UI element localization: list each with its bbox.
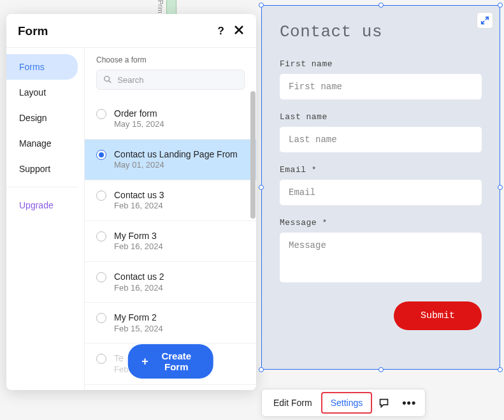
search-box[interactable]	[96, 69, 245, 90]
help-icon[interactable]: ?	[218, 25, 224, 38]
element-toolbar: Edit Form Settings •••	[261, 389, 426, 417]
resize-handle[interactable]	[259, 3, 264, 8]
message-label: Message *	[280, 218, 482, 228]
radio-icon[interactable]	[96, 231, 106, 242]
lastname-label: Last name	[280, 112, 482, 122]
form-item-name: My Form 3	[114, 230, 163, 242]
sidebar-item-support[interactable]: Support	[6, 156, 84, 182]
sidebar-item-design[interactable]: Design	[6, 105, 84, 131]
create-form-button[interactable]: + Create Form	[127, 344, 213, 379]
panel-content: Choose a form Order form May 15, 2024	[84, 48, 256, 390]
sidebar-item-forms[interactable]: Forms	[6, 54, 78, 80]
form-item-name: Contact us Landing Page From	[114, 148, 238, 160]
form-item-my-form-3[interactable]: My Form 3 Feb 16, 2024	[85, 221, 256, 262]
sidebar-divider	[6, 187, 78, 187]
form-item-date: May 15, 2024	[114, 119, 164, 130]
radio-icon[interactable]	[96, 354, 106, 364]
form-preview-canvas[interactable]: Contact us First name Last name Email * …	[261, 5, 500, 370]
edit-form-button[interactable]: Edit Form	[264, 393, 321, 413]
form-item-date: Feb 16, 2024	[114, 242, 163, 252]
scrollbar[interactable]	[250, 90, 256, 243]
lastname-input[interactable]	[280, 127, 482, 152]
chat-icon	[378, 398, 389, 409]
background-label: Prim	[157, 0, 164, 13]
radio-icon[interactable]	[96, 313, 106, 323]
form-item-contact-us-2[interactable]: Contact us 2 Feb 16, 2024	[85, 262, 256, 303]
form-list: Order form May 15, 2024 Contact us Landi…	[85, 90, 256, 385]
form-item-contact-us-landing[interactable]: Contact us Landing Page From May 01, 202…	[85, 140, 256, 180]
form-item-date: Feb 15, 2024	[114, 324, 163, 335]
search-icon	[103, 75, 112, 85]
message-input[interactable]	[280, 233, 482, 282]
form-title: Contact us	[280, 22, 482, 41]
form-item-name: Contact us 2	[114, 271, 164, 282]
more-button[interactable]: •••	[396, 393, 422, 414]
close-icon[interactable]	[233, 24, 245, 38]
form-item-date: May 01, 2024	[114, 160, 238, 171]
resize-handle[interactable]	[378, 3, 384, 8]
resize-handle[interactable]	[498, 367, 503, 372]
panel-sidebar: Forms Layout Design Manage Support Upgra…	[6, 48, 84, 390]
email-input[interactable]	[280, 180, 482, 205]
form-item-date: Feb 16, 2024	[114, 201, 164, 212]
svg-point-0	[104, 76, 110, 82]
form-item-order-form[interactable]: Order form May 15, 2024	[85, 99, 256, 140]
radio-icon[interactable]	[96, 191, 106, 201]
sidebar-item-manage[interactable]: Manage	[6, 131, 84, 156]
comment-button[interactable]	[372, 393, 396, 413]
expand-button[interactable]	[477, 12, 493, 29]
form-settings-panel: Form ? Forms Layout Design Manage Suppor…	[6, 14, 256, 390]
resize-handle[interactable]	[378, 367, 384, 372]
radio-icon[interactable]	[96, 150, 106, 160]
scrollbar-thumb[interactable]	[250, 91, 256, 219]
form-item-contact-us-3[interactable]: Contact us 3 Feb 16, 2024	[85, 180, 256, 221]
search-input[interactable]	[117, 75, 238, 85]
form-item-name: Order form	[114, 108, 164, 119]
email-label: Email *	[280, 165, 482, 175]
resize-handle[interactable]	[259, 367, 264, 372]
form-item-name: My Form 2	[114, 312, 163, 323]
firstname-input[interactable]	[280, 74, 482, 99]
form-item-name: Contact us 3	[114, 189, 164, 201]
radio-icon[interactable]	[96, 109, 106, 119]
expand-icon	[480, 16, 489, 25]
plus-icon: +	[141, 356, 148, 367]
create-form-label: Create Form	[154, 351, 199, 372]
settings-button[interactable]: Settings	[321, 392, 373, 414]
sidebar-item-upgrade[interactable]: Upgrade	[6, 192, 84, 218]
firstname-label: First name	[280, 59, 482, 69]
resize-handle[interactable]	[498, 3, 503, 8]
radio-icon[interactable]	[96, 272, 106, 282]
panel-header-actions: ?	[218, 24, 245, 38]
resize-handle[interactable]	[259, 185, 264, 190]
submit-button[interactable]: Submit	[394, 301, 482, 330]
panel-header: Form ?	[6, 14, 256, 47]
panel-body: Forms Layout Design Manage Support Upgra…	[6, 47, 256, 390]
panel-title: Form	[18, 24, 48, 38]
sidebar-item-layout[interactable]: Layout	[6, 80, 84, 105]
form-item-my-form-2[interactable]: My Form 2 Feb 15, 2024	[85, 303, 256, 344]
form-item-date: Feb 16, 2024	[114, 283, 164, 294]
choose-form-label: Choose a form	[96, 55, 245, 64]
resize-handle[interactable]	[498, 185, 503, 190]
